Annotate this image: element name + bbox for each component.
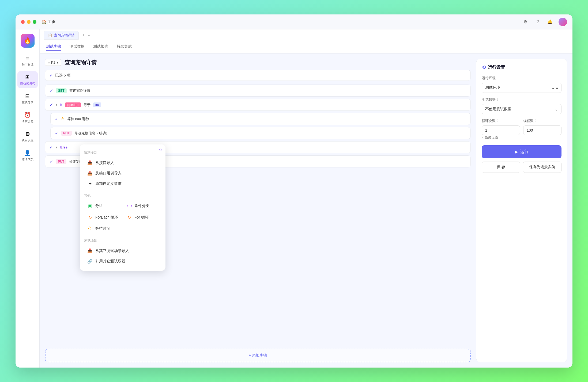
- sidebar-label-history: 请求历史: [22, 119, 33, 123]
- custom-request-btn[interactable]: ✦ 添加自定义请求: [84, 178, 161, 189]
- sidebar-item-settings[interactable]: ⚙ 项目设置: [17, 128, 38, 145]
- sidebar-item-share[interactable]: ⊟ 在线分享: [17, 90, 38, 107]
- maximize-button[interactable]: [33, 20, 36, 24]
- add-step-dropdown: 请求接口 📥 从接口导入 📤 从接口用例导入 ✦ 添加自定义请求: [80, 144, 165, 271]
- priority-badge[interactable]: ○ P2 ▾: [45, 59, 61, 66]
- page-content: ○ P2 ▾ 查询宠物详情 ✓ 已选 6 项: [40, 54, 572, 368]
- group-btn[interactable]: ▣ 分组: [84, 201, 122, 211]
- foreach-icon: ↻: [87, 215, 93, 220]
- selected-bar: ✓ 已选 6 项: [45, 70, 471, 81]
- wait-label: 等待 800 毫秒: [67, 117, 89, 121]
- step-check-2: ✓: [50, 102, 53, 107]
- import-scenario-btn[interactable]: 📥 从其它测试场景导入: [84, 246, 161, 256]
- sidebar-label-settings: 项目设置: [22, 138, 33, 142]
- content-area: 📋 查询宠物详情 + ··· 测试步骤 测试数据 测试报告 持续集成: [40, 29, 572, 368]
- tabs-bar: 📋 查询宠物详情 + ···: [40, 29, 572, 41]
- step-check-3: ✓: [55, 116, 58, 121]
- advanced-section[interactable]: › 高级设置: [482, 135, 561, 140]
- sidebar-label-share: 在线分享: [22, 100, 33, 104]
- step-put-1[interactable]: ✓ PUT 修改宠物信息（成功）: [50, 127, 471, 139]
- sub-tab-test-steps[interactable]: 测试步骤: [46, 44, 61, 51]
- sub-tab-test-report[interactable]: 测试报告: [93, 44, 108, 51]
- save-scenario-button[interactable]: 保存为场景实例: [523, 162, 561, 173]
- step-check-5: ✓: [50, 145, 53, 150]
- settings-icon[interactable]: ⚙: [522, 18, 529, 26]
- help-icon[interactable]: ?: [534, 18, 541, 26]
- logo: 🔥: [21, 34, 35, 48]
- sidebar-item-invite[interactable]: 👤 邀请成员: [17, 147, 38, 164]
- run-label: 运行: [520, 149, 529, 155]
- step-get-1[interactable]: ✓ GET 查询宠物详情: [45, 85, 471, 97]
- sub-tab-ci[interactable]: 持续集成: [117, 44, 132, 51]
- step-wait[interactable]: ✓ ⏱ 等待 800 毫秒: [50, 113, 471, 125]
- import-api-btn[interactable]: 📥 从接口导入: [84, 158, 161, 168]
- titlebar-right: ⚙ ? 🔔: [522, 18, 567, 26]
- advanced-label: 高级设置: [484, 135, 498, 140]
- minimize-button[interactable]: [27, 20, 31, 24]
- selected-label: 已选 6 项: [55, 73, 71, 78]
- import-example-btn[interactable]: 📤 从接口用例导入: [84, 168, 161, 178]
- run-button[interactable]: ▶ 运行: [482, 145, 561, 158]
- add-step-button[interactable]: + 添加步骤: [45, 349, 471, 362]
- env-label: 运行环境: [482, 76, 561, 81]
- dropdown-more-icon[interactable]: ⟲: [159, 148, 162, 152]
- condition-btn[interactable]: ⟷ 条件分支: [123, 201, 161, 211]
- history-icon: ⏰: [24, 112, 31, 118]
- import-scenario-label: 从其它测试场景导入: [95, 249, 129, 253]
- expand-icon-5[interactable]: ▾: [56, 145, 58, 149]
- loop-thread-row: 循环次数 ? 线程数 ?: [482, 119, 561, 135]
- foreach-btn[interactable]: ↻ ForEach 循环: [84, 212, 122, 223]
- add-tab-button[interactable]: +: [82, 32, 85, 38]
- group-icon: ▣: [87, 203, 93, 208]
- step-method-get: GET: [56, 88, 67, 93]
- thread-help-icon: ?: [535, 119, 537, 123]
- else-label: Else: [60, 145, 67, 149]
- sidebar-item-history[interactable]: ⏰ 请求历史: [17, 109, 38, 126]
- section3-title: 测试场景: [84, 238, 161, 243]
- ref-scenario-btn[interactable]: 🔗 引用其它测试场景: [84, 256, 161, 266]
- wait-dropdown-icon: ⏱: [87, 226, 93, 231]
- sub-tab-test-data[interactable]: 测试数据: [70, 44, 85, 51]
- import-scenario-icon: 📥: [87, 248, 93, 253]
- priority-chevron: ▾: [56, 60, 58, 64]
- sidebar-item-api[interactable]: ≡ 接口管理: [17, 52, 38, 69]
- step-method-put-1: PUT: [61, 131, 72, 136]
- sidebar-label-invite: 邀请成员: [22, 157, 33, 161]
- custom-label: 添加自定义请求: [95, 181, 122, 186]
- selected-check-icon: ✓: [50, 73, 53, 78]
- wait-btn[interactable]: ⏱ 等待时间: [84, 224, 122, 234]
- thread-input[interactable]: [523, 125, 561, 135]
- import-api-icon: 📥: [87, 160, 93, 165]
- steps-panel: ○ P2 ▾ 查询宠物详情 ✓ 已选 6 项: [45, 59, 471, 362]
- true-tag: tru: [93, 102, 101, 107]
- more-tabs-button[interactable]: ···: [86, 32, 91, 38]
- share-icon: ⊟: [25, 93, 30, 99]
- thread-col: 线程数 ?: [523, 119, 561, 135]
- save-button[interactable]: 保 存: [482, 162, 520, 173]
- run-settings-title: ⟲ 运行设置: [482, 64, 561, 70]
- tab-item-1[interactable]: 📋 查询宠物详情: [44, 31, 79, 40]
- section1-title: 请求接口: [84, 150, 161, 155]
- sidebar-item-automation[interactable]: ⊞ 自动化测试: [17, 71, 38, 88]
- step-if[interactable]: ✓ ▾ If {{petId}} 等于 tru: [45, 99, 471, 111]
- env-select[interactable]: 测试环境 ⌄ ≡: [482, 83, 561, 93]
- avatar[interactable]: [559, 18, 567, 26]
- data-select[interactable]: 不使用测试数据 ⌄: [482, 104, 561, 114]
- run-settings-icon: ⟲: [482, 64, 486, 70]
- api-icon: ≡: [26, 55, 29, 61]
- custom-icon: ✦: [87, 181, 93, 186]
- for-btn[interactable]: ↻ For 循环: [123, 212, 161, 223]
- import-api-label: 从接口导入: [95, 161, 114, 165]
- loop-input[interactable]: [482, 125, 520, 135]
- expand-icon-2[interactable]: ▾: [56, 103, 58, 107]
- data-label: 测试数据 ?: [482, 97, 561, 102]
- save-row: 保 存 保存为场景实例: [482, 162, 561, 173]
- loop-help-icon: ?: [497, 119, 499, 123]
- close-button[interactable]: [21, 20, 25, 24]
- data-value: 不使用测试数据: [485, 107, 511, 112]
- step-label-put-1: 修改宠物信息（成功）: [74, 131, 109, 136]
- home-nav[interactable]: 🏠 主页: [42, 20, 522, 24]
- sidebar: 🔥 ≡ 接口管理 ⊞ 自动化测试 ⊟ 在线分享 ⏰ 请求历史 ⚙ 项目设置: [16, 29, 40, 368]
- notification-icon[interactable]: 🔔: [546, 18, 554, 26]
- equal-label: 等于: [84, 102, 91, 107]
